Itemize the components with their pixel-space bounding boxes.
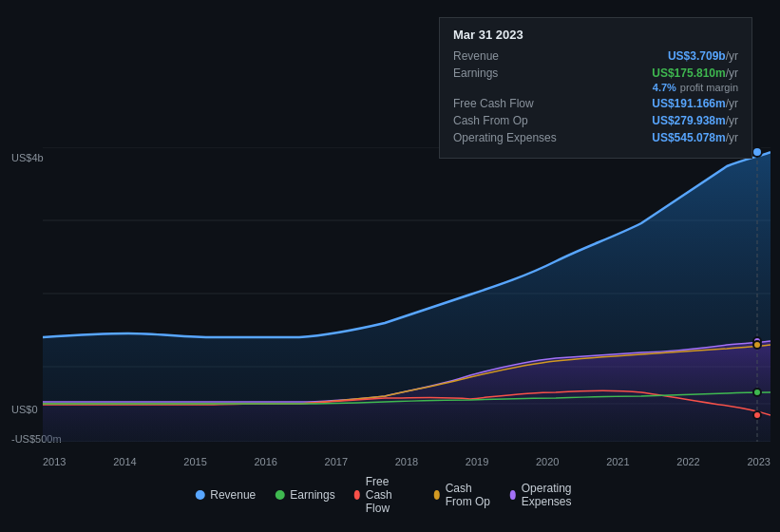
tooltip-cashop-label: Cash From Op <box>453 114 652 127</box>
tooltip-date: Mar 31 2023 <box>453 28 738 42</box>
chart-svg <box>43 147 770 442</box>
tooltip-cashop-value: US$279.938m/yr <box>652 114 738 127</box>
tooltip-opex-label: Operating Expenses <box>453 131 652 144</box>
x-label-2013: 2013 <box>43 456 66 467</box>
y-axis-top-label: US$4b <box>11 152 44 163</box>
tooltip-box: Mar 31 2023 Revenue US$3.709b/yr Earning… <box>439 17 752 159</box>
legend-item-revenue[interactable]: Revenue <box>195 488 256 502</box>
chart-container: US$4b US$0 -US$500m <box>0 0 780 532</box>
legend-item-opex[interactable]: Operating Expenses <box>510 482 585 508</box>
tooltip-earnings-label: Earnings <box>453 66 652 80</box>
tooltip-opex-value: US$545.078m/yr <box>652 131 738 144</box>
tooltip-fcf-value: US$191.166m/yr <box>652 97 738 110</box>
tooltip-cashop-row: Cash From Op US$279.938m/yr <box>453 114 738 127</box>
x-label-2023: 2023 <box>747 456 770 467</box>
x-label-2021: 2021 <box>606 456 629 467</box>
x-label-2019: 2019 <box>466 456 488 467</box>
legend-dot-opex <box>510 490 516 500</box>
x-axis-labels: 2013 2014 2015 2016 2017 2018 2019 2020 … <box>43 456 770 467</box>
legend: Revenue Earnings Free Cash Flow Cash Fro… <box>195 475 585 515</box>
legend-label-earnings: Earnings <box>290 488 334 502</box>
tooltip-profit-pct: 4.7% <box>653 82 676 93</box>
tooltip-opex-row: Operating Expenses US$545.078m/yr <box>453 131 738 144</box>
legend-dot-earnings <box>275 490 284 500</box>
legend-dot-revenue <box>195 490 204 500</box>
tooltip-earnings-row: Earnings US$175.810m/yr <box>453 66 738 80</box>
tooltip-revenue-value: US$3.709b/yr <box>668 49 738 63</box>
legend-dot-cashop <box>434 490 440 500</box>
legend-dot-fcf <box>354 490 360 500</box>
x-label-2014: 2014 <box>113 456 136 467</box>
x-label-2016: 2016 <box>254 456 276 467</box>
svg-point-7 <box>752 147 762 157</box>
chart-area <box>43 147 770 442</box>
x-label-2018: 2018 <box>395 456 418 467</box>
legend-label-fcf: Free Cash Flow <box>366 475 415 515</box>
y-axis-zero-label: US$0 <box>11 404 38 415</box>
tooltip-earnings-value: US$175.810m/yr <box>652 66 738 80</box>
tooltip-fcf-row: Free Cash Flow US$191.166m/yr <box>453 97 738 110</box>
legend-label-revenue: Revenue <box>210 488 256 502</box>
x-label-2022: 2022 <box>676 456 699 467</box>
legend-item-earnings[interactable]: Earnings <box>275 488 334 502</box>
svg-point-11 <box>753 389 761 396</box>
x-label-2017: 2017 <box>325 456 348 467</box>
legend-item-cashop[interactable]: Cash From Op <box>434 482 491 508</box>
svg-point-9 <box>753 341 761 349</box>
tooltip-profit-margin-row: 4.7% profit margin <box>453 82 738 93</box>
tooltip-fcf-label: Free Cash Flow <box>453 97 652 110</box>
svg-point-10 <box>753 411 761 419</box>
legend-label-opex: Operating Expenses <box>522 482 585 508</box>
x-label-2020: 2020 <box>536 456 559 467</box>
tooltip-profit-text: profit margin <box>680 82 738 93</box>
tooltip-revenue-row: Revenue US$3.709b/yr <box>453 49 738 63</box>
x-label-2015: 2015 <box>183 456 206 467</box>
legend-label-cashop: Cash From Op <box>446 482 491 508</box>
legend-item-fcf[interactable]: Free Cash Flow <box>354 475 415 515</box>
tooltip-revenue-label: Revenue <box>453 49 668 63</box>
